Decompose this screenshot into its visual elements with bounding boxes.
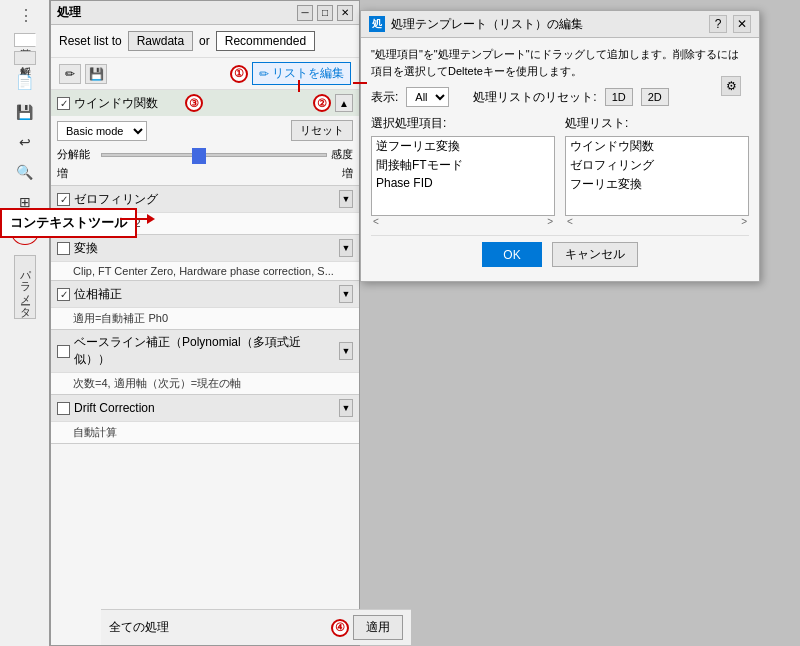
edit-icon[interactable]: ✏ — [59, 64, 81, 84]
slider-row-1: 分解能 感度 — [51, 145, 359, 166]
fourier-label: 変換 — [74, 240, 335, 257]
slider-sub-row: 増 増 — [51, 166, 359, 185]
list-item[interactable]: 間接軸FTモード — [372, 156, 554, 175]
phase-label: 位相補正 — [74, 286, 335, 303]
help-button[interactable]: ? — [709, 15, 727, 33]
selected-list-label: 選択処理項目: — [371, 115, 555, 132]
slider-track-1[interactable] — [101, 153, 327, 157]
apply-button[interactable]: 適用 — [353, 615, 403, 640]
reset-small-button[interactable]: リセット — [291, 120, 353, 141]
context-tool-label: コンテキストツール — [0, 208, 137, 238]
save-icon[interactable]: 💾 — [11, 99, 39, 125]
drift-checkbox[interactable] — [57, 402, 70, 415]
baseline-label: ベースライン補正（Polynomial（多項式近似）） — [74, 334, 335, 368]
filter-select[interactable]: All — [406, 87, 449, 107]
list-item[interactable]: ゼロフィリング — [566, 156, 748, 175]
close-panel-button[interactable]: ✕ — [337, 5, 353, 21]
ok-button[interactable]: OK — [482, 242, 541, 267]
lists-container: 選択処理項目: 逆フーリエ変換 間接軸FTモード Phase FID < > 処… — [371, 115, 749, 227]
phase-section: 位相補正 ▼ 適用=自動補正 Ph0 — [51, 281, 359, 330]
slider-sub-right: 増 — [342, 166, 353, 181]
drift-dropdown[interactable]: ▼ — [339, 399, 353, 417]
zoom-icon[interactable]: 🔍 — [11, 159, 39, 185]
or-label: or — [199, 34, 210, 48]
baseline-checkbox[interactable] — [57, 345, 70, 358]
sidebar-tab-adjust[interactable]: 調整 — [14, 33, 36, 47]
reset-row: Reset list to Rawdata or Recommended — [51, 25, 359, 58]
float-button[interactable]: □ — [317, 5, 333, 21]
list-edit-button[interactable]: ✏ リストを編集 — [252, 62, 351, 85]
scroll-left2[interactable]: < — [567, 216, 573, 227]
list-edit-icon: ✏ — [259, 67, 269, 81]
rawdata-button[interactable]: Rawdata — [128, 31, 193, 51]
recommended-button[interactable]: Recommended — [216, 31, 315, 51]
dialog-body: "処理項目"を"処理テンプレート"にドラッグして追加します。削除するには項目を選… — [361, 38, 759, 281]
scroll-left[interactable]: < — [373, 216, 379, 227]
undo-icon[interactable]: ↩ — [11, 129, 39, 155]
save-icon2[interactable]: 💾 — [85, 64, 107, 84]
context-arrow — [120, 218, 150, 220]
list-item[interactable]: フーリエ変換 — [566, 175, 748, 194]
list-item[interactable]: 逆フーリエ変換 — [372, 137, 554, 156]
scroll-right2[interactable]: > — [741, 216, 747, 227]
slider-right-label: 感度 — [331, 147, 353, 162]
window-func-checkbox[interactable] — [57, 97, 70, 110]
minimize-button[interactable]: ─ — [297, 5, 313, 21]
baseline-header: ベースライン補正（Polynomial（多項式近似）） ▼ — [51, 330, 359, 373]
toolbar-row: ✏ 💾 ① ✏ リストを編集 — [51, 58, 359, 90]
fourier-dropdown[interactable]: ▼ — [339, 239, 353, 257]
slider-left-label: 分解能 — [57, 147, 97, 162]
drift-detail: 自動計算 — [51, 422, 359, 443]
window-func-section: ウインドウ関数 ③ ② ▲ Basic mode リセット 分解能 感度 増 増 — [51, 90, 359, 186]
bottom-label: 全ての処理 — [109, 619, 331, 636]
zero-filling-checkbox[interactable] — [57, 193, 70, 206]
cancel-button[interactable]: キャンセル — [552, 242, 638, 267]
dialog-close-button[interactable]: ✕ — [733, 15, 751, 33]
sidebar-tab-param[interactable]: パラメータ — [14, 255, 36, 319]
processing-list-box: ウインドウ関数 ゼロフィリング フーリエ変換 — [565, 136, 749, 216]
list-item[interactable]: Phase FID — [372, 175, 554, 191]
selected-list-section: 選択処理項目: 逆フーリエ変換 間接軸FTモード Phase FID < > — [371, 115, 555, 227]
processing-list-scroll: < > — [565, 216, 749, 227]
dialog-description: "処理項目"を"処理テンプレート"にドラッグして追加します。削除するには項目を選… — [371, 46, 749, 79]
fourier-detail: Clip, FT Center Zero, Hardware phase cor… — [51, 262, 359, 280]
filter-row: 表示: All 処理リストのリセット: 1D 2D — [371, 87, 749, 107]
phase-detail: 適用=自動補正 Ph0 — [51, 308, 359, 329]
zero-filling-label: ゼロフィリング — [74, 191, 335, 208]
panel-controls: ─ □ ✕ — [297, 5, 353, 21]
processing-list-label: 処理リスト: — [565, 115, 749, 132]
filter-label: 表示: — [371, 89, 398, 106]
drift-label: Drift Correction — [74, 401, 335, 415]
template-dialog: 処 処理テンプレート（リスト）の編集 ? ✕ "処理項目"を"処理テンプレート"… — [360, 10, 760, 282]
drift-section: Drift Correction ▼ 自動計算 — [51, 395, 359, 444]
scroll-right[interactable]: > — [547, 216, 553, 227]
dim2-button[interactable]: 2D — [641, 88, 669, 106]
dim1-button[interactable]: 1D — [605, 88, 633, 106]
circle-4: ④ — [331, 619, 349, 637]
selected-list-scroll: < > — [371, 216, 555, 227]
sidebar-dots: ⋮ — [18, 6, 32, 25]
phase-dropdown[interactable]: ▼ — [339, 285, 353, 303]
processing-panel: 処理 ─ □ ✕ Reset list to Rawdata or Recomm… — [50, 0, 360, 646]
fourier-section: 変換 ▼ Clip, FT Center Zero, Hardware phas… — [51, 235, 359, 281]
drift-header: Drift Correction ▼ — [51, 395, 359, 422]
selected-list-box: 逆フーリエ変換 間接軸FTモード Phase FID — [371, 136, 555, 216]
phase-checkbox[interactable] — [57, 288, 70, 301]
fourier-checkbox[interactable] — [57, 242, 70, 255]
dialog-title: 処理テンプレート（リスト）の編集 — [391, 16, 703, 33]
up-arrow-button[interactable]: ▲ — [335, 94, 353, 112]
baseline-detail: 次数=4, 適用軸（次元）=現在の軸 — [51, 373, 359, 394]
mode-select[interactable]: Basic mode — [57, 121, 147, 141]
settings-button[interactable]: ⚙ — [721, 76, 741, 96]
sidebar-tab-analyze[interactable]: 解析 — [14, 51, 36, 65]
baseline-dropdown[interactable]: ▼ — [339, 342, 353, 360]
list-item[interactable]: ウインドウ関数 — [566, 137, 748, 156]
file-icon[interactable]: 📄 — [11, 69, 39, 95]
dialog-icon: 処 — [369, 16, 385, 32]
fourier-header: 変換 ▼ — [51, 235, 359, 262]
slider-thumb-1[interactable] — [192, 148, 206, 164]
red-arrow-to-dialog — [353, 82, 367, 84]
sidebar: ⋮ 調整 解析 📄 💾 ↩ 🔍 ⊞ ✕ パラメータ — [0, 0, 50, 646]
zero-filling-dropdown[interactable]: ▼ — [339, 190, 353, 208]
circle-3: ③ — [185, 94, 203, 112]
